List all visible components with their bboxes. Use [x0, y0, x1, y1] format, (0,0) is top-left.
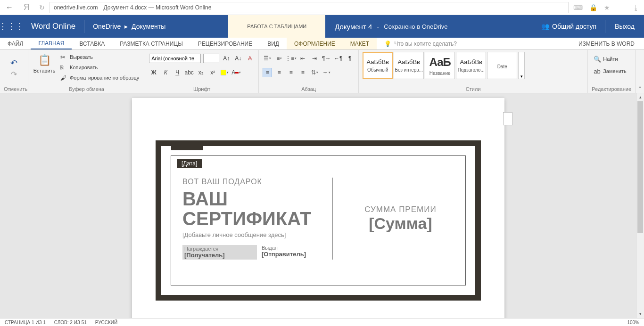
superscript-button[interactable]: x² — [208, 68, 217, 77]
issued-by-field[interactable]: Выдан [Отправитель] — [262, 245, 332, 260]
style-title[interactable]: АаБНазвание — [425, 52, 455, 79]
numbering-button[interactable]: ≡ — [274, 54, 284, 63]
line-spacing-button[interactable]: ⇅ — [310, 68, 319, 77]
tab-insert[interactable]: ВСТАВКА — [72, 38, 112, 49]
copy-button[interactable]: ⎘Копировать — [58, 62, 141, 73]
app-header: ⋮⋮⋮ Word Online OneDrive ▸ Документы РАБ… — [0, 15, 644, 38]
bookmark-icon[interactable]: ★ — [604, 4, 610, 11]
style-date[interactable]: Date — [487, 52, 517, 79]
reload-button[interactable]: ↻ — [39, 4, 45, 11]
style-subtitle[interactable]: АаБбВвПодзаголо... — [456, 52, 486, 79]
scissors-icon: ✂ — [60, 54, 68, 61]
group-label-clipboard: Буфер обмена — [32, 85, 141, 92]
browser-logo: Я — [24, 2, 30, 12]
clear-format-button[interactable]: A̶ — [245, 54, 255, 63]
share-button[interactable]: 👥 Общий доступ — [533, 23, 605, 30]
strike-button[interactable]: abc — [184, 68, 194, 77]
bullets-button[interactable]: ☰ — [263, 54, 272, 63]
subscript-button[interactable]: x₂ — [196, 68, 206, 77]
font-color-button[interactable]: A — [231, 68, 241, 77]
word-count[interactable]: СЛОВ: 2 ИЗ 51 — [54, 320, 87, 325]
certificate-subtitle[interactable]: ВОТ ВАШ ПОДАРОК — [182, 178, 332, 186]
find-button[interactable]: 🔍Найти — [592, 54, 619, 64]
lock-icon[interactable]: 🔒 — [589, 4, 597, 11]
copy-icon: ⎘ — [60, 64, 68, 71]
page-indicator[interactable]: СТРАНИЦА 1 ИЗ 1 — [5, 320, 46, 325]
document-title[interactable]: Документ 4 — [335, 23, 372, 31]
redo-button[interactable]: ↷ — [9, 70, 19, 79]
document-canvas[interactable]: [Дата] ВОТ ВАШ ПОДАРОК ВАШ СЕРТИФИКАТ [Д… — [0, 93, 644, 318]
align-right-button[interactable]: ≡ — [286, 68, 296, 77]
ribbon: ↶ ↷ Отменить 📋 Вставить ✂Вырезать ⎘Копир… — [0, 50, 644, 93]
app-name[interactable]: Word Online — [23, 20, 84, 33]
group-label-paragraph: Абзац — [263, 85, 355, 92]
awarded-to-field[interactable]: Награждается [Получатель] — [182, 245, 257, 260]
tab-review[interactable]: РЕЦЕНЗИРОВАНИЕ — [190, 38, 260, 49]
scroll-up-icon[interactable]: ▴ — [636, 93, 644, 101]
outdent-button[interactable]: ⇤ — [298, 54, 307, 63]
rtl-button[interactable]: ←¶ — [333, 54, 343, 63]
font-family-select[interactable] — [149, 54, 201, 63]
scroll-down-icon[interactable]: ▾ — [636, 310, 644, 318]
brush-icon: 🖌 — [60, 74, 68, 82]
tab-home[interactable]: ГЛАВНАЯ — [31, 38, 72, 49]
tab-table-design[interactable]: ОФОРМЛЕНИЕ — [287, 38, 343, 49]
vertical-scrollbar[interactable]: ▴ ▾ — [636, 93, 644, 318]
tab-view[interactable]: ВИД — [260, 38, 287, 49]
special-indent-button[interactable]: ⫟ — [322, 68, 331, 77]
tab-file[interactable]: ФАЙЛ — [0, 38, 31, 49]
font-size-select[interactable] — [203, 54, 219, 63]
browser-toolbar: ← Я ↻ onedrive.live.com Документ 4.docx … — [0, 0, 644, 15]
prize-label[interactable]: СУММА ПРЕМИИ — [364, 205, 436, 214]
tell-me-search[interactable]: 💡 Что вы хотите сделать? — [377, 38, 464, 49]
paste-icon: 📋 — [38, 53, 51, 68]
align-center-button[interactable]: ≡ — [274, 68, 284, 77]
undo-button[interactable]: ↶ — [9, 58, 19, 68]
indent-button[interactable]: ⇥ — [310, 54, 319, 63]
translate-icon[interactable]: ⌨ — [573, 4, 583, 11]
underline-button[interactable]: Ч — [173, 68, 182, 77]
page-handle[interactable] — [503, 112, 512, 125]
shrink-font-button[interactable]: A↓ — [233, 54, 243, 63]
certificate-title[interactable]: ВАШ СЕРТИФИКАТ — [182, 189, 332, 228]
date-field[interactable]: [Дата] — [177, 159, 202, 168]
page[interactable]: [Дата] ВОТ ВАШ ПОДАРОК ВАШ СЕРТИФИКАТ [Д… — [132, 98, 504, 318]
language-indicator[interactable]: РУССКИЙ — [95, 320, 117, 325]
signout-button[interactable]: Выход — [605, 20, 644, 33]
style-gallery-expand[interactable]: ▾ — [518, 52, 525, 79]
collapse-ribbon-icon[interactable]: ˄ — [639, 86, 641, 91]
style-normal[interactable]: АаБбВвОбычный — [363, 52, 393, 79]
show-marks-button[interactable]: ¶ — [345, 54, 355, 63]
bulb-icon: 💡 — [384, 41, 391, 47]
decorative-tab — [171, 143, 203, 150]
app-launcher-icon[interactable]: ⋮⋮⋮ — [0, 15, 23, 38]
back-button[interactable]: ← — [5, 3, 14, 12]
align-left-button[interactable]: ≡ — [263, 68, 272, 77]
paste-button[interactable]: 📋 Вставить — [32, 52, 57, 74]
download-icon[interactable]: ⭳ — [633, 4, 639, 11]
replace-icon: ab — [594, 68, 601, 75]
multilevel-button[interactable]: ⋮≡ — [286, 54, 296, 63]
ltr-button[interactable]: ¶→ — [322, 54, 331, 63]
share-icon: 👥 — [541, 23, 549, 30]
scroll-thumb[interactable] — [637, 101, 643, 233]
url-title: Документ 4.docx — Microsoft Word Online — [103, 4, 211, 11]
highlight-button[interactable] — [220, 68, 229, 77]
format-painter-button[interactable]: 🖌Форматирование по образцу — [58, 73, 141, 83]
search-icon: 🔍 — [594, 56, 601, 63]
prize-value[interactable]: [Сумма] — [369, 214, 432, 233]
breadcrumb[interactable]: OneDrive ▸ Документы — [84, 23, 174, 30]
justify-button[interactable]: ≡ — [298, 68, 307, 77]
cut-button[interactable]: ✂Вырезать — [58, 52, 141, 62]
edit-in-word-button[interactable]: ИЗМЕНИТЬ В WORD — [569, 38, 644, 49]
tab-table-layout[interactable]: МАКЕТ — [343, 38, 377, 49]
address-bar[interactable]: onedrive.live.com Документ 4.docx — Micr… — [50, 2, 569, 13]
bold-button[interactable]: Ж — [149, 68, 158, 77]
tab-layout[interactable]: РАЗМЕТКА СТРАНИЦЫ — [112, 38, 190, 49]
zoom-level[interactable]: 100% — [627, 320, 639, 325]
message-field[interactable]: [Добавьте личное сообщение здесь] — [182, 231, 332, 238]
style-no-spacing[interactable]: АаБбВвБез интерв... — [394, 52, 424, 79]
replace-button[interactable]: abЗаменить — [592, 66, 628, 76]
italic-button[interactable]: К — [161, 68, 170, 77]
grow-font-button[interactable]: A↑ — [222, 54, 231, 63]
